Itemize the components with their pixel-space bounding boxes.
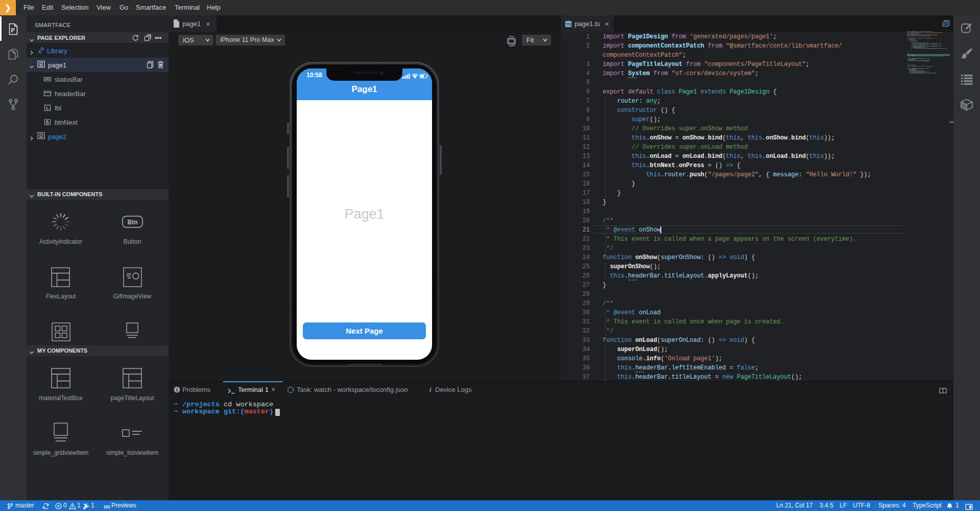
svg-text:Btn: Btn: [128, 219, 138, 226]
svg-text:P: P: [11, 27, 14, 34]
